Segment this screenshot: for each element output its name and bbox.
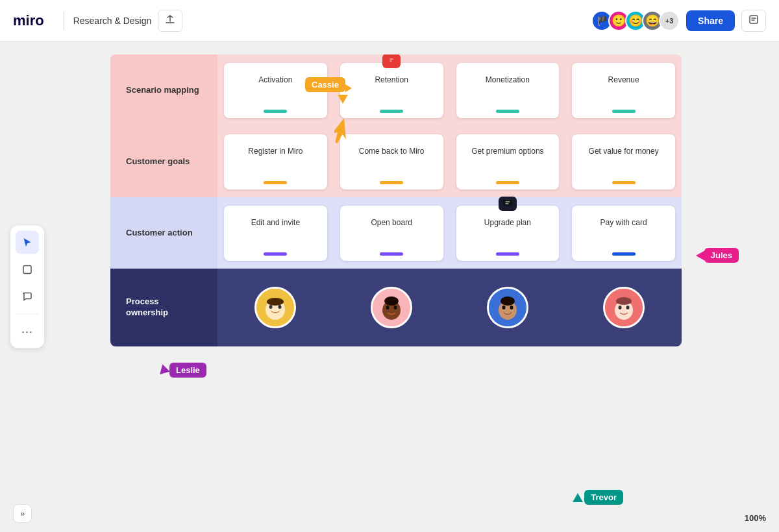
card-text-register: Register in Miro [248, 146, 303, 176]
cell-owner-2 [334, 269, 450, 346]
svg-point-7 [278, 305, 282, 309]
svg-point-23 [616, 297, 632, 305]
card-edit-invite: Edit and invite [224, 206, 327, 261]
expand-sidebar-button[interactable]: » [13, 504, 32, 523]
card-bar-monetization [496, 110, 519, 113]
header: miro Research & Design 🏴 🙂 😊 😄 +3 Share [0, 0, 779, 42]
row-header-scenario: Scenario mapping [110, 54, 217, 126]
row-scenario-mapping: Scenario mapping Activation [110, 54, 682, 126]
cell-revenue: Revenue [565, 54, 682, 126]
card-bar-upgrade [496, 252, 519, 256]
leslie-cursor: Leslie [161, 363, 206, 378]
card-text-upgrade: Upgrade plan [484, 217, 531, 247]
svg-point-17 [510, 306, 513, 309]
card-monetization: Monetization [456, 63, 560, 118]
card-text-retention: Retention [375, 75, 408, 104]
logo: miro [13, 12, 44, 29]
row-label-process: Process ownership [119, 296, 208, 319]
card-bar-comeback [380, 181, 403, 184]
row-cells-action: Edit and invite Open board [217, 197, 682, 269]
svg-point-11 [386, 306, 390, 309]
notes-button[interactable] [741, 10, 766, 32]
svg-point-8 [267, 298, 284, 306]
cell-upgrade: Upgrade plan [450, 197, 566, 269]
card-text-revenue: Revenue [608, 75, 639, 104]
svg-point-6 [269, 305, 273, 309]
avatar-overflow[interactable]: +3 [659, 10, 680, 31]
owner-avatar-2 [371, 287, 412, 328]
svg-point-21 [618, 306, 621, 309]
svg-point-13 [384, 296, 399, 306]
owner-avatar-3 [487, 287, 528, 328]
cell-monetization: Monetization [450, 54, 566, 126]
board-grid: Scenario mapping Activation [110, 54, 682, 346]
row-label-action: Customer action [119, 228, 208, 239]
card-bar-premium [496, 181, 519, 184]
trevor-cursor: Trevor [573, 490, 623, 505]
sidebar: ··· [10, 226, 44, 348]
row-cells-goals: Register in Miro Come back to Miro Get p… [217, 126, 682, 197]
row-header-action: Customer action [110, 197, 217, 269]
card-comeback: Come back to Miro [340, 134, 443, 189]
row-cells-scenario: Activation [217, 54, 682, 126]
tool-separator [16, 314, 39, 315]
cell-open-board: Open board [334, 197, 450, 269]
canvas[interactable]: ··· Scenario mapping Activation [0, 42, 779, 532]
svg-point-18 [501, 296, 515, 306]
svg-rect-2 [387, 57, 396, 63]
upgrade-icon [499, 197, 517, 211]
cell-retention: Retention [334, 54, 450, 126]
svg-rect-1 [23, 266, 31, 274]
cell-owner-3 [450, 269, 566, 346]
svg-point-16 [502, 306, 505, 309]
cursor-tool[interactable] [16, 231, 39, 254]
card-bar-value [612, 181, 636, 184]
board: Scenario mapping Activation [110, 54, 682, 346]
svg-point-22 [626, 306, 629, 309]
header-divider [64, 12, 64, 30]
card-text-value: Get value for money [589, 146, 659, 176]
cell-premium: Get premium options [450, 126, 566, 197]
card-text-premium: Get premium options [471, 146, 543, 176]
owner-avatar-1 [254, 287, 296, 328]
cell-edit-invite: Edit and invite [217, 197, 334, 269]
avatar-group: 🏴 🙂 😊 😄 +3 [591, 10, 680, 31]
leslie-label: Leslie [169, 363, 206, 378]
sticky-note-tool[interactable] [16, 258, 39, 282]
card-text-activation: Activation [258, 75, 292, 104]
card-text-pay: Pay with card [600, 217, 647, 247]
card-text-monetization: Monetization [486, 75, 530, 104]
svg-rect-3 [503, 200, 512, 206]
card-upgrade: Upgrade plan [456, 206, 560, 261]
cell-owner-1 [217, 269, 334, 346]
card-premium: Get premium options [456, 134, 560, 189]
more-tools-button[interactable]: ··· [16, 320, 39, 343]
card-bar-revenue [612, 110, 636, 113]
card-text-edit-invite: Edit and invite [251, 217, 300, 247]
jules-cursor: Jules [696, 248, 739, 263]
board-title: Research & Design [73, 16, 152, 26]
card-value: Get value for money [572, 134, 675, 189]
cell-activation: Activation [217, 54, 334, 126]
card-open-board: Open board [340, 206, 443, 261]
card-bar-activation [264, 110, 287, 113]
cell-value: Get value for money [565, 126, 682, 197]
cell-pay: Pay with card [565, 197, 682, 269]
card-text-comeback: Come back to Miro [359, 146, 425, 176]
card-bar-register [264, 181, 287, 184]
svg-point-12 [394, 306, 397, 309]
row-label-goals: Customer goals [119, 156, 208, 167]
zoom-level: 100% [745, 513, 766, 523]
trevor-label: Trevor [584, 490, 623, 505]
card-bar-open-board [380, 252, 403, 256]
row-process-ownership: Process ownership [110, 269, 682, 346]
card-register: Register in Miro [224, 134, 327, 189]
row-cells-process [217, 269, 682, 346]
card-text-open-board: Open board [371, 217, 412, 247]
owner-avatar-4 [603, 287, 645, 328]
upload-button[interactable] [158, 10, 182, 32]
row-label-scenario: Scenario mapping [119, 85, 208, 96]
cell-comeback: Come back to Miro [334, 126, 450, 197]
share-button[interactable]: Share [686, 10, 735, 31]
comment-tool[interactable] [16, 285, 39, 309]
